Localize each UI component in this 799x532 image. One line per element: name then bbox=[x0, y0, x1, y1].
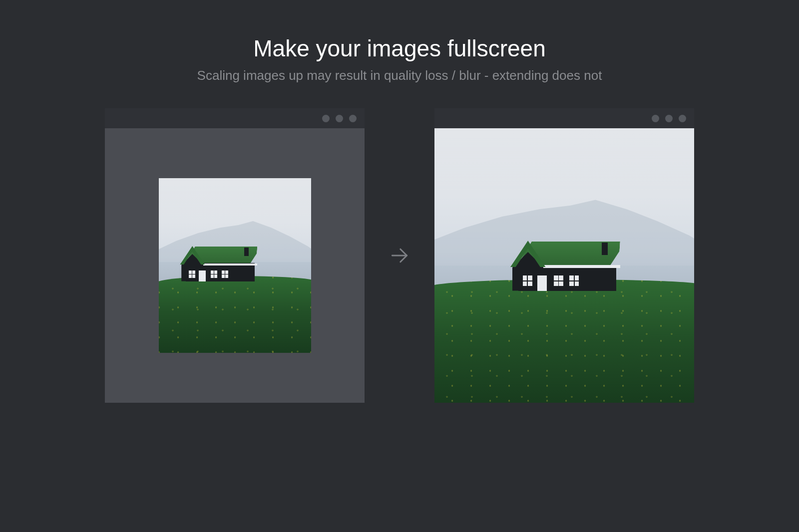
window-titlebar bbox=[434, 108, 694, 128]
after-window bbox=[434, 108, 694, 403]
window-control-dot-icon bbox=[336, 115, 343, 122]
window-control-dot-icon bbox=[349, 115, 357, 122]
after-image bbox=[434, 128, 694, 403]
window-control-dot-icon bbox=[652, 115, 659, 122]
before-window bbox=[105, 108, 365, 403]
window-titlebar bbox=[105, 108, 365, 128]
arrow-right-icon bbox=[389, 245, 410, 266]
before-window-body bbox=[105, 128, 365, 403]
window-control-dot-icon bbox=[679, 115, 686, 122]
before-image bbox=[159, 178, 311, 353]
comparison-row bbox=[105, 108, 694, 403]
page-subtitle: Scaling images up may result in quality … bbox=[197, 68, 602, 83]
page-title: Make your images fullscreen bbox=[253, 35, 545, 62]
after-window-body bbox=[434, 128, 694, 403]
window-control-dot-icon bbox=[665, 115, 673, 122]
window-control-dot-icon bbox=[322, 115, 330, 122]
